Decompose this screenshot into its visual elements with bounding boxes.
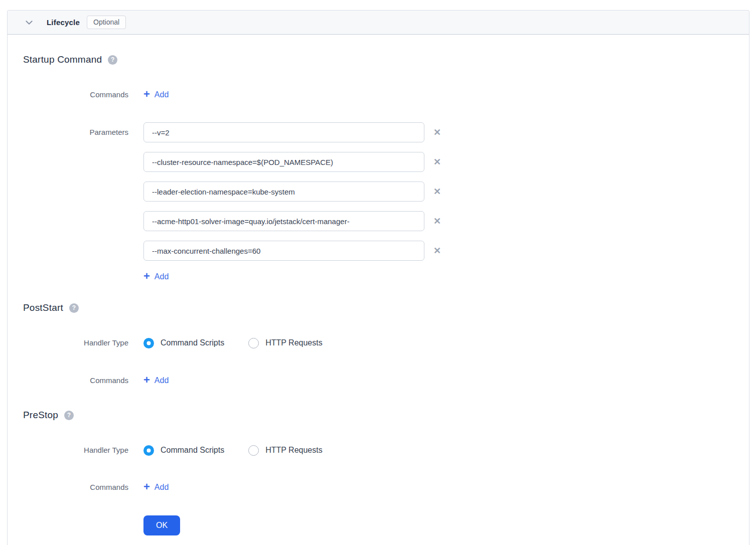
parameter-row: ✕ (143, 241, 441, 261)
remove-parameter-icon[interactable]: ✕ (433, 217, 441, 226)
add-parameter-label: Add (155, 270, 169, 283)
poststart-title: PostStart ? (23, 302, 734, 313)
parameter-row: ✕ (143, 181, 441, 202)
add-command-button[interactable]: + Add (143, 88, 169, 101)
help-icon[interactable]: ? (64, 411, 74, 420)
remove-parameter-icon[interactable]: ✕ (433, 128, 441, 137)
radio-selected-icon (143, 445, 154, 456)
remove-parameter-icon[interactable]: ✕ (433, 157, 441, 166)
panel-title: Lifecycle (47, 18, 80, 27)
ok-button[interactable]: OK (143, 515, 180, 535)
prestop-handler-radio-group: Command Scripts HTTP Requests (143, 445, 323, 456)
radio-command-scripts-label: Command Scripts (161, 446, 224, 455)
poststart-handler-row: Handler Type Command Scripts HTTP Reques… (23, 336, 734, 349)
add-command-label: Add (155, 88, 169, 101)
parameter-input[interactable] (143, 211, 424, 231)
poststart-handler-radio-group: Command Scripts HTTP Requests (143, 338, 323, 348)
parameter-input[interactable] (143, 181, 424, 202)
commands-label: Commands (23, 481, 128, 494)
radio-command-scripts-label: Command Scripts (161, 338, 224, 347)
radio-http-requests[interactable]: HTTP Requests (248, 338, 323, 348)
prestop-commands-row: Commands + Add (23, 481, 734, 494)
poststart-commands-row: Commands + Add (23, 374, 734, 387)
startup-parameters-row: Parameters ✕ ✕ ✕ ✕ (23, 122, 734, 283)
parameter-input[interactable] (143, 122, 424, 142)
parameter-row: ✕ (143, 122, 441, 142)
help-icon[interactable]: ? (108, 55, 117, 65)
plus-icon: + (143, 481, 150, 492)
prestop-title: PreStop ? (23, 410, 734, 421)
add-parameter-button[interactable]: + Add (143, 270, 441, 283)
radio-command-scripts[interactable]: Command Scripts (143, 338, 224, 348)
help-icon[interactable]: ? (69, 303, 79, 313)
lifecycle-panel-body: Startup Command ? Commands + Add Paramet… (8, 35, 749, 535)
parameters-label: Parameters (23, 122, 128, 139)
plus-icon: + (143, 375, 150, 386)
handler-type-label: Handler Type (23, 444, 128, 457)
add-poststart-command-button[interactable]: + Add (143, 374, 169, 387)
radio-http-requests-label: HTTP Requests (265, 338, 323, 347)
radio-unselected-icon (248, 338, 259, 348)
lifecycle-panel: Lifecycle Optional Startup Command ? Com… (7, 10, 749, 545)
startup-commands-row: Commands + Add (23, 88, 734, 101)
parameter-input[interactable] (143, 241, 424, 261)
optional-badge: Optional (87, 16, 126, 29)
prestop-handler-row: Handler Type Command Scripts HTTP Reques… (23, 444, 734, 457)
lifecycle-panel-header: Lifecycle Optional (8, 11, 749, 35)
parameter-input[interactable] (143, 152, 424, 172)
commands-label: Commands (23, 374, 128, 387)
startup-command-title-text: Startup Command (23, 54, 102, 65)
plus-icon: + (143, 271, 150, 282)
radio-http-requests[interactable]: HTTP Requests (248, 445, 323, 456)
poststart-title-text: PostStart (23, 302, 63, 313)
parameters-list: ✕ ✕ ✕ ✕ ✕ + (143, 122, 441, 283)
parameter-row: ✕ (143, 152, 441, 172)
radio-unselected-icon (248, 445, 259, 456)
parameter-row: ✕ (143, 211, 441, 231)
remove-parameter-icon[interactable]: ✕ (433, 246, 441, 255)
radio-http-requests-label: HTTP Requests (265, 446, 323, 455)
radio-selected-icon (143, 338, 154, 348)
chevron-down-icon[interactable] (25, 18, 34, 27)
radio-command-scripts[interactable]: Command Scripts (143, 445, 224, 456)
commands-label: Commands (23, 88, 128, 101)
startup-command-title: Startup Command ? (23, 54, 734, 65)
add-poststart-command-label: Add (155, 374, 169, 387)
handler-type-label: Handler Type (23, 336, 128, 349)
prestop-title-text: PreStop (23, 410, 58, 421)
remove-parameter-icon[interactable]: ✕ (433, 187, 441, 196)
add-prestop-command-button[interactable]: + Add (143, 481, 169, 494)
add-prestop-command-label: Add (155, 481, 169, 494)
plus-icon: + (143, 89, 150, 100)
